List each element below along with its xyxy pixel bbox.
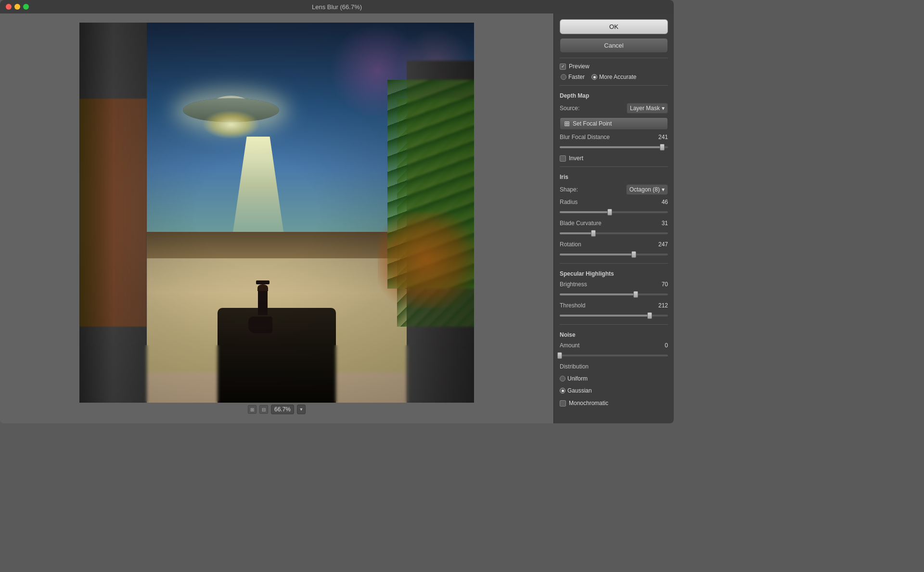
faster-radio[interactable] bbox=[561, 74, 566, 80]
threshold-thumb[interactable] bbox=[647, 312, 652, 319]
shape-dropdown[interactable]: Octagon (8) ▾ bbox=[626, 184, 668, 195]
threshold-value: 212 bbox=[658, 302, 668, 309]
uniform-radio[interactable] bbox=[560, 376, 565, 381]
gaussian-radio[interactable] bbox=[560, 388, 565, 394]
threshold-slider[interactable] bbox=[560, 315, 668, 317]
right-blur bbox=[407, 23, 474, 403]
rotation-row: Rotation 247 bbox=[560, 241, 668, 248]
divider-2 bbox=[560, 85, 668, 86]
blur-focal-distance-slider[interactable] bbox=[560, 146, 668, 148]
noise-header: Noise bbox=[560, 331, 668, 338]
amount-row: Amount 0 bbox=[560, 342, 668, 349]
window-controls[interactable] bbox=[6, 4, 29, 10]
distribution-label: Distribution bbox=[560, 363, 668, 370]
more-accurate-option[interactable]: More Accurate bbox=[591, 74, 636, 80]
radius-fill bbox=[560, 211, 610, 213]
gaussian-label: Gaussian bbox=[567, 387, 592, 394]
radius-label: Radius bbox=[560, 199, 578, 205]
canvas-nav-right[interactable]: ⊟ bbox=[259, 405, 268, 414]
canvas-bottom-bar: ⊞ ⊟ 66.7% ▼ bbox=[248, 405, 306, 414]
rotation-label: Rotation bbox=[560, 241, 581, 248]
amount-value: 0 bbox=[665, 342, 668, 349]
faster-option[interactable]: Faster bbox=[561, 74, 585, 80]
shape-row: Shape: Octagon (8) ▾ bbox=[560, 184, 668, 195]
brightness-slider[interactable] bbox=[560, 293, 668, 295]
radius-row: Radius 46 bbox=[560, 199, 668, 205]
focal-point-label: Set Focal Point bbox=[573, 120, 612, 127]
gaussian-radio-dot bbox=[562, 390, 564, 392]
window-title: Lens Blur (66.7%) bbox=[312, 3, 362, 11]
gaussian-option[interactable]: Gaussian bbox=[560, 387, 668, 394]
blade-curvature-slider[interactable] bbox=[560, 232, 668, 234]
brightness-fill bbox=[560, 293, 636, 295]
threshold-row: Threshold 212 bbox=[560, 302, 668, 309]
zoom-display: 66.7% bbox=[271, 405, 294, 414]
source-value: Layer Mask bbox=[630, 105, 660, 112]
invert-row: Invert bbox=[560, 155, 668, 162]
cancel-button[interactable]: Cancel bbox=[560, 38, 668, 53]
blade-curvature-label: Blade Curvature bbox=[560, 220, 602, 227]
brightness-row: Brightness 70 bbox=[560, 281, 668, 288]
blur-focal-distance-thumb[interactable] bbox=[660, 144, 665, 151]
blade-curvature-value: 31 bbox=[662, 220, 668, 227]
canvas-area: ⊞ ⊟ 66.7% ▼ bbox=[0, 13, 553, 423]
close-button[interactable] bbox=[6, 4, 12, 10]
blur-focal-distance-row: Blur Focal Distance 241 bbox=[560, 134, 668, 140]
specular-highlights-header: Specular Highlights bbox=[560, 270, 668, 277]
blade-curvature-row: Blade Curvature 31 bbox=[560, 220, 668, 227]
rotation-value: 247 bbox=[658, 241, 668, 248]
radius-thumb[interactable] bbox=[607, 209, 612, 216]
more-accurate-radio[interactable] bbox=[591, 74, 597, 80]
shape-dropdown-arrow: ▾ bbox=[662, 186, 665, 193]
shape-value: Octagon (8) bbox=[629, 186, 660, 193]
blade-curvature-fill bbox=[560, 232, 593, 234]
brightness-value: 70 bbox=[662, 281, 668, 288]
ok-button[interactable]: OK bbox=[560, 19, 668, 34]
blur-focal-distance-value: 241 bbox=[658, 134, 668, 140]
zoom-dropdown-button[interactable]: ▼ bbox=[297, 405, 306, 414]
set-focal-point-button[interactable]: ⊞ Set Focal Point bbox=[560, 117, 668, 130]
right-panel: OK Cancel Preview Faster More A bbox=[553, 13, 674, 423]
title-bar: Lens Blur (66.7%) bbox=[0, 0, 674, 13]
invert-checkbox[interactable] bbox=[560, 155, 566, 162]
blade-curvature-thumb[interactable] bbox=[591, 230, 596, 237]
source-dropdown[interactable]: Layer Mask ▾ bbox=[627, 103, 668, 114]
brightness-thumb[interactable] bbox=[633, 291, 638, 298]
minimize-button[interactable] bbox=[14, 4, 20, 10]
invert-label: Invert bbox=[569, 155, 583, 162]
monochromatic-label: Monochromatic bbox=[569, 400, 608, 407]
render-quality-row: Faster More Accurate bbox=[560, 74, 668, 80]
radius-value: 46 bbox=[662, 199, 668, 205]
source-row: Source: Layer Mask ▾ bbox=[560, 103, 668, 114]
amount-slider[interactable] bbox=[560, 355, 668, 356]
blur-focal-distance-fill bbox=[560, 146, 662, 148]
more-accurate-label: More Accurate bbox=[599, 74, 636, 80]
iris-header: Iris bbox=[560, 174, 668, 180]
uniform-option[interactable]: Uniform bbox=[560, 375, 668, 382]
depth-map-header: Depth Map bbox=[560, 92, 668, 99]
maximize-button[interactable] bbox=[23, 4, 29, 10]
focal-point-icon: ⊞ bbox=[564, 120, 570, 127]
monochromatic-checkbox[interactable] bbox=[560, 400, 566, 407]
monochromatic-row: Monochromatic bbox=[560, 400, 668, 407]
amount-label: Amount bbox=[560, 342, 579, 349]
rotation-slider[interactable] bbox=[560, 254, 668, 255]
brightness-label: Brightness bbox=[560, 281, 587, 288]
radius-slider[interactable] bbox=[560, 211, 668, 213]
threshold-fill bbox=[560, 315, 650, 317]
preview-row: Preview bbox=[560, 63, 668, 70]
rotation-fill bbox=[560, 254, 634, 255]
more-accurate-radio-dot bbox=[593, 76, 596, 78]
blur-focal-distance-label: Blur Focal Distance bbox=[560, 134, 610, 140]
divider-5 bbox=[560, 324, 668, 325]
uniform-label: Uniform bbox=[567, 375, 588, 382]
source-label: Source: bbox=[560, 105, 579, 112]
amount-thumb[interactable] bbox=[557, 352, 562, 359]
rotation-thumb[interactable] bbox=[631, 251, 636, 258]
source-dropdown-arrow: ▾ bbox=[662, 105, 665, 112]
divider-1 bbox=[560, 58, 668, 58]
canvas-wrapper[interactable] bbox=[79, 23, 474, 403]
faster-label: Faster bbox=[568, 74, 585, 80]
preview-checkbox[interactable] bbox=[560, 64, 566, 70]
canvas-nav-left[interactable]: ⊞ bbox=[248, 405, 257, 414]
